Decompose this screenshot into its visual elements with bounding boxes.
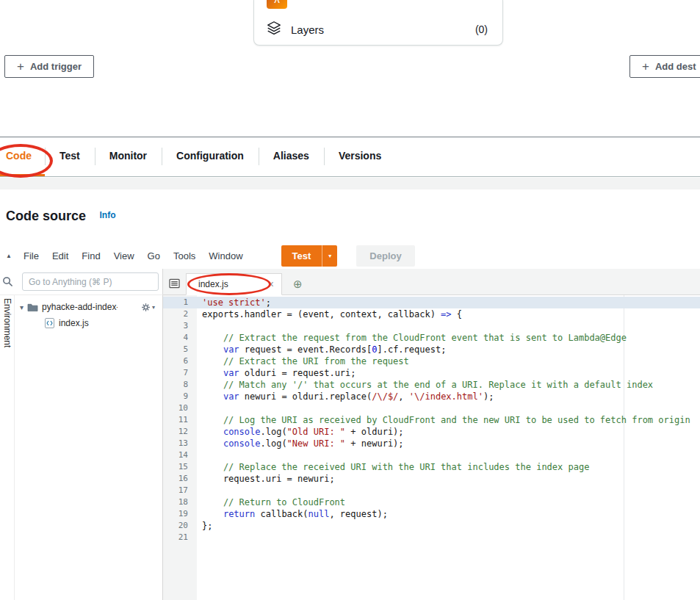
line-number: 12 xyxy=(163,426,197,438)
code-line-18[interactable]: 18 // Return to CloudFront xyxy=(163,496,700,508)
layers-row[interactable]: Layers (0) xyxy=(266,19,488,40)
editor-tab-indexjs[interactable]: index.js × xyxy=(186,273,282,295)
code-line-11[interactable]: 11 // Log the URI as received by CloudFr… xyxy=(163,414,700,426)
line-number: 1 xyxy=(163,297,197,308)
line-content: // Extract the URI from the request xyxy=(197,355,409,367)
code-line-5[interactable]: 5 var request = event.Records[0].cf.requ… xyxy=(163,344,700,355)
code-line-3[interactable]: 3 xyxy=(163,320,700,332)
code-line-16[interactable]: 16 request.uri = newuri; xyxy=(163,473,700,485)
lambda-glyph: λ xyxy=(274,0,280,5)
tab-test[interactable]: Test xyxy=(45,137,95,176)
line-number: 14 xyxy=(163,449,197,461)
code-line-10[interactable]: 10 xyxy=(163,402,700,414)
test-button[interactable]: Test xyxy=(281,245,322,267)
cloud9-ide: ▲ FileEditFindViewGoToolsWindow Test ▼ D… xyxy=(0,242,700,600)
code-line-8[interactable]: 8 // Match any '/' that occurs at the en… xyxy=(163,379,700,391)
line-number: 5 xyxy=(163,344,197,355)
tree-file-row[interactable]: index.js xyxy=(15,315,162,331)
code-line-7[interactable]: 7 var olduri = request.uri; xyxy=(163,367,700,379)
disclosure-triangle-icon[interactable]: ▾ xyxy=(20,303,24,311)
menu-find[interactable]: Find xyxy=(82,250,100,261)
tab-monitor[interactable]: Monitor xyxy=(95,137,162,176)
js-file-icon xyxy=(45,318,54,328)
line-content: // Log the URI as received by CloudFront… xyxy=(197,414,690,426)
add-trigger-button[interactable]: + Add trigger xyxy=(4,55,94,78)
close-tab-icon[interactable]: × xyxy=(268,279,274,289)
code-lines: 1'use strict';2exports.handler = (event,… xyxy=(163,295,700,543)
test-options-caret-icon[interactable]: ▼ xyxy=(322,245,337,267)
environment-sidebar[interactable]: Environment xyxy=(0,295,15,600)
line-number: 13 xyxy=(163,438,197,449)
menu-edit[interactable]: Edit xyxy=(52,250,68,261)
code-line-14[interactable]: 14 xyxy=(163,449,700,461)
code-line-9[interactable]: 9 var newuri = olduri.replace(/\/$/, '\/… xyxy=(163,391,700,402)
tree-settings-button[interactable]: ▾ xyxy=(141,303,155,312)
line-content xyxy=(197,485,202,496)
code-line-13[interactable]: 13 console.log("New URI: " + newuri); xyxy=(163,438,700,449)
add-destination-button[interactable]: + Add dest xyxy=(629,55,700,78)
folder-label: pyhacke-add-index- xyxy=(42,302,118,312)
code-line-21[interactable]: 21 xyxy=(163,532,700,543)
code-line-15[interactable]: 15 // Replace the received URI with the … xyxy=(163,461,700,473)
file-label: index.js xyxy=(59,318,89,328)
plus-icon: + xyxy=(17,60,24,73)
info-link[interactable]: Info xyxy=(99,210,115,220)
code-line-17[interactable]: 17 xyxy=(163,485,700,496)
content-background-band xyxy=(0,178,700,189)
code-line-12[interactable]: 12 console.log("Old URI: " + olduri); xyxy=(163,426,700,438)
search-icon[interactable] xyxy=(2,276,13,287)
menu-go[interactable]: Go xyxy=(148,250,160,261)
ide-main-row: Environment ▾ pyhacke-add-index- xyxy=(0,295,700,600)
code-editor[interactable]: 1'use strict';2exports.handler = (event,… xyxy=(163,295,700,600)
collapse-menu-icon[interactable]: ▲ xyxy=(1,253,16,259)
line-content: var newuri = olduri.replace(/\/$/, '\/in… xyxy=(197,391,494,402)
code-line-6[interactable]: 6 // Extract the URI from the request xyxy=(163,355,700,367)
function-overview-card: λ Layers (0) xyxy=(253,0,503,46)
tree-folder-row[interactable]: ▾ pyhacke-add-index- ▾ xyxy=(15,299,162,315)
deploy-button[interactable]: Deploy xyxy=(356,245,414,267)
line-content xyxy=(197,320,202,332)
menu-window[interactable]: Window xyxy=(209,250,242,261)
tab-code[interactable]: Code xyxy=(0,137,45,176)
line-content xyxy=(197,402,202,414)
menu-view[interactable]: View xyxy=(114,250,134,261)
layers-icon xyxy=(266,20,282,39)
line-number: 15 xyxy=(163,461,197,473)
environment-label: Environment xyxy=(2,298,12,600)
folder-icon xyxy=(27,303,38,312)
line-number: 7 xyxy=(163,367,197,379)
goto-anything-input[interactable] xyxy=(22,272,159,291)
chevron-down-icon: ▾ xyxy=(152,304,155,311)
code-line-19[interactable]: 19 return callback(null, request); xyxy=(163,508,700,520)
line-number: 20 xyxy=(163,520,197,532)
tab-versions[interactable]: Versions xyxy=(324,137,396,176)
menu-file[interactable]: File xyxy=(24,250,39,261)
line-number: 16 xyxy=(163,473,197,485)
tab-configuration[interactable]: Configuration xyxy=(162,137,259,176)
line-content: console.log("Old URI: " + olduri); xyxy=(197,426,404,438)
gear-icon xyxy=(141,303,151,312)
code-line-4[interactable]: 4 // Extract the request from the CloudF… xyxy=(163,332,700,344)
tab-aliases[interactable]: Aliases xyxy=(259,137,324,176)
line-number: 17 xyxy=(163,485,197,496)
code-line-2[interactable]: 2exports.handler = (event, context, call… xyxy=(163,308,700,320)
code-line-20[interactable]: 20}; xyxy=(163,520,700,532)
line-number: 8 xyxy=(163,379,197,391)
line-number: 10 xyxy=(163,402,197,414)
line-content: var request = event.Records[0].cf.reques… xyxy=(197,344,446,355)
ide-menubar-menus: FileEditFindViewGoToolsWindow xyxy=(24,250,243,261)
new-tab-icon[interactable]: ⊕ xyxy=(293,278,303,289)
tab-list-icon[interactable] xyxy=(169,278,180,289)
function-tabs: CodeTestMonitorConfigurationAliasesVersi… xyxy=(0,137,700,177)
line-number: 4 xyxy=(163,332,197,344)
code-source-title: Code source xyxy=(6,209,86,223)
add-destination-label: Add dest xyxy=(655,61,696,72)
line-content: }; xyxy=(197,520,212,532)
line-number: 19 xyxy=(163,508,197,520)
line-content: // Replace the received URI with the URI… xyxy=(197,461,589,473)
code-line-1[interactable]: 1'use strict'; xyxy=(163,297,700,308)
menu-tools[interactable]: Tools xyxy=(173,250,195,261)
line-content xyxy=(197,532,202,543)
line-content: // Return to CloudFront xyxy=(197,496,345,508)
line-content: var olduri = request.uri; xyxy=(197,367,356,379)
